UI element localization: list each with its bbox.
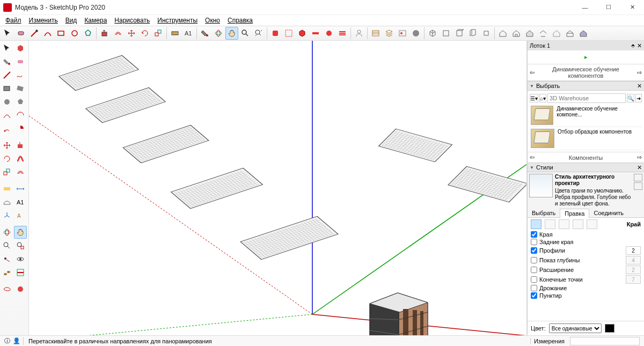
outliner-icon[interactable]: [369, 27, 382, 40]
menu-draw[interactable]: Нарисовать: [111, 16, 153, 25]
paint-tool[interactable]: [199, 27, 211, 40]
menu-view[interactable]: Вид: [62, 16, 80, 25]
menu-camera[interactable]: Камера: [81, 16, 110, 25]
select-panel-header[interactable]: ▼Выбрать✕: [528, 81, 644, 91]
group-icon[interactable]: [282, 27, 295, 40]
text-tool[interactable]: A1: [182, 27, 195, 40]
circle-tool-l[interactable]: [1, 95, 13, 108]
depth-checkbox[interactable]: [531, 257, 537, 263]
protractor-tool-l[interactable]: [1, 196, 13, 209]
house5-icon[interactable]: [550, 27, 563, 40]
watermark-settings-icon[interactable]: [573, 219, 583, 229]
offset-tool-l[interactable]: [14, 166, 27, 179]
rotate-tool-l[interactable]: [1, 152, 13, 165]
front-icon[interactable]: [453, 27, 466, 40]
zoom-extents-tool[interactable]: [252, 27, 265, 40]
move-tool[interactable]: [125, 27, 138, 40]
prev-icon[interactable]: ⇦: [530, 154, 535, 161]
panel-close-icon[interactable]: ✕: [637, 164, 642, 171]
house3-icon[interactable]: [523, 27, 536, 40]
eraser-tool[interactable]: [14, 27, 27, 40]
text-tool-l[interactable]: A1: [14, 196, 27, 209]
arc-tool-l[interactable]: [1, 109, 13, 122]
arc3-tool-l[interactable]: [1, 122, 13, 135]
paint-tool-l[interactable]: [1, 55, 13, 68]
edge-settings-icon[interactable]: [531, 219, 541, 229]
arc2-tool-l[interactable]: [14, 109, 27, 122]
update-style-icon[interactable]: [634, 174, 642, 181]
building-model[interactable]: [364, 277, 434, 335]
tray-close-icon[interactable]: ✕: [637, 42, 642, 49]
move-tool-l[interactable]: [1, 139, 13, 152]
offset-tool[interactable]: [112, 27, 125, 40]
zoom-tool-l[interactable]: [1, 239, 13, 252]
tape-tool-l[interactable]: [1, 182, 13, 195]
play-icon[interactable]: ▸: [584, 54, 588, 61]
pan-tool-l[interactable]: [14, 226, 27, 239]
search-input[interactable]: [547, 93, 626, 103]
pie-tool-l[interactable]: [14, 122, 27, 135]
right-icon[interactable]: [466, 27, 479, 40]
face-settings-icon[interactable]: [545, 219, 555, 229]
rectangle-tool[interactable]: [55, 27, 68, 40]
zoom-tool[interactable]: [239, 27, 252, 40]
house6-icon[interactable]: [564, 27, 576, 40]
fog-icon[interactable]: [336, 27, 349, 40]
top-icon[interactable]: [440, 27, 452, 40]
scale-tool-l[interactable]: [1, 166, 13, 179]
back-edges-checkbox[interactable]: [531, 239, 537, 245]
user-status-icon[interactable]: 👤: [12, 336, 21, 346]
select-tool[interactable]: [1, 27, 14, 40]
extension-icon[interactable]: [269, 27, 282, 40]
component-tool-l[interactable]: [14, 42, 27, 55]
style-thumbnail[interactable]: [529, 174, 553, 197]
dimension-tool-l[interactable]: [14, 182, 27, 195]
endpoints-checkbox[interactable]: [531, 276, 537, 283]
go-icon[interactable]: ➜: [635, 94, 642, 102]
house4-icon[interactable]: [537, 27, 550, 40]
user-icon[interactable]: [353, 27, 365, 40]
zoomwin-tool-l[interactable]: [14, 239, 27, 252]
new-style-icon[interactable]: [634, 182, 642, 190]
viewport[interactable]: [29, 41, 527, 335]
section-icon[interactable]: [309, 27, 322, 40]
arc-tool[interactable]: [41, 27, 54, 40]
styles-panel-header[interactable]: ▼Стили✕: [528, 163, 644, 172]
orbit-tool[interactable]: [212, 27, 225, 40]
eraser-tool-l[interactable]: [14, 55, 27, 68]
info-icon[interactable]: ⓘ: [2, 336, 12, 346]
extend-checkbox[interactable]: [531, 267, 537, 273]
component-item[interactable]: Отбор образцов компонентов: [530, 127, 642, 150]
circle-tool[interactable]: [68, 27, 81, 40]
look-around-tool[interactable]: [14, 253, 27, 266]
close-button[interactable]: ✕: [620, 0, 644, 15]
menu-file[interactable]: Файл: [2, 16, 25, 25]
materials-icon[interactable]: [409, 27, 422, 40]
tray-header[interactable]: Лоток 1 ⬘ ✕: [528, 41, 644, 50]
dash-checkbox[interactable]: [531, 292, 537, 299]
menu-help[interactable]: Справка: [224, 16, 256, 25]
pushpull-tool[interactable]: [98, 27, 111, 40]
followme-tool-l[interactable]: [14, 152, 27, 165]
tab-edit[interactable]: Правка: [560, 209, 589, 218]
section-tool-l[interactable]: [14, 266, 27, 279]
layers-icon[interactable]: [383, 27, 396, 40]
polygon-tool[interactable]: [82, 27, 94, 40]
profiles-value[interactable]: [626, 246, 641, 255]
tab-select[interactable]: Выбрать: [528, 209, 560, 217]
jitter-checkbox[interactable]: [531, 285, 537, 291]
prev-icon[interactable]: ⇦: [530, 69, 535, 76]
position-camera-tool[interactable]: [1, 253, 13, 266]
modeling-settings-icon[interactable]: [587, 219, 597, 229]
line-tool[interactable]: [28, 27, 41, 40]
component-item[interactable]: Динамическое обучение компоне...: [530, 104, 642, 127]
3dtext-tool-l[interactable]: A: [14, 209, 27, 222]
profiles-checkbox[interactable]: [531, 247, 537, 254]
pushpull-tool-l[interactable]: [14, 139, 27, 152]
freehand-tool-l[interactable]: [14, 69, 27, 82]
scale-tool[interactable]: [152, 27, 165, 40]
bg-settings-icon[interactable]: [559, 219, 569, 229]
rotate-tool[interactable]: [138, 27, 151, 40]
component-icon[interactable]: [296, 27, 309, 40]
tab-join[interactable]: Соединить: [589, 209, 628, 217]
